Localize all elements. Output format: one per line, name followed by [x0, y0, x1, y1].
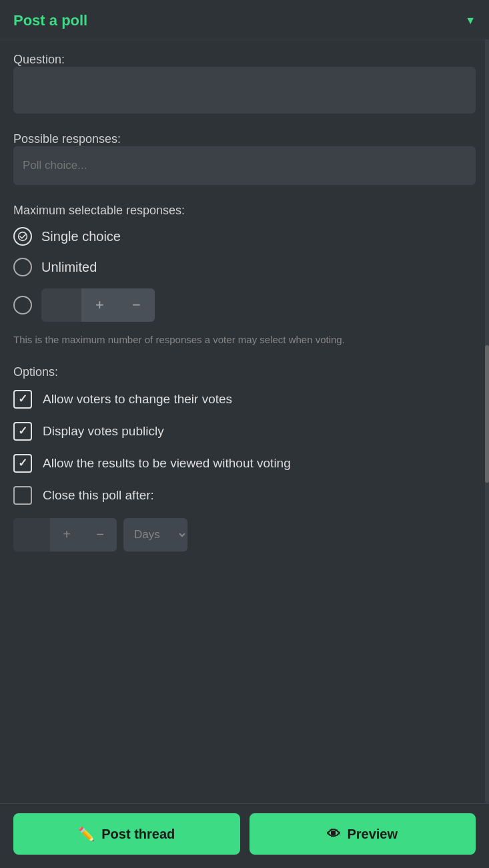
main-container: Post a poll ▼ Question: Possible respons… — [0, 0, 489, 868]
checkbox-display-publicly[interactable]: Display votes publicly — [13, 422, 476, 441]
scroll-track — [485, 39, 489, 803]
preview-icon: 👁 — [327, 827, 340, 842]
checkbox-view-without-voting-box — [13, 454, 32, 473]
post-thread-icon: ✏️ — [78, 826, 95, 842]
checkbox-close-after-label: Close this poll after: — [43, 488, 154, 503]
checkbox-display-publicly-label: Display votes publicly — [43, 424, 164, 439]
custom-stepper: 2 + − — [41, 288, 155, 322]
checkbox-change-votes-label: Allow voters to change their votes — [43, 392, 232, 407]
checkbox-change-votes-box — [13, 390, 32, 409]
scroll-area: Question: Possible responses: Maximum se… — [0, 39, 489, 803]
radio-single-label: Single choice — [41, 229, 121, 244]
custom-stepper-value[interactable]: 2 — [41, 298, 81, 312]
custom-stepper-plus[interactable]: + — [81, 288, 118, 322]
days-stepper-value[interactable]: 7 — [13, 527, 50, 541]
radio-unlimited[interactable]: Unlimited — [13, 258, 476, 276]
header: Post a poll ▼ — [0, 0, 489, 39]
options-label: Options: — [13, 365, 476, 379]
question-input[interactable] — [13, 67, 476, 114]
radio-unlimited-icon — [13, 258, 32, 276]
post-thread-button[interactable]: ✏️ Post thread — [13, 813, 240, 855]
checkbox-view-without-voting[interactable]: Allow the results to be viewed without v… — [13, 454, 476, 473]
days-stepper-plus[interactable]: + — [50, 518, 83, 552]
possible-responses-label: Possible responses: — [13, 132, 121, 146]
bottom-bar: ✏️ Post thread 👁 Preview — [0, 803, 489, 868]
checkbox-group: Allow voters to change their votes Displ… — [13, 390, 476, 505]
chevron-down-icon[interactable]: ▼ — [465, 15, 476, 27]
radio-group: Single choice Unlimited 2 + − — [13, 227, 476, 322]
preview-label: Preview — [347, 827, 398, 842]
days-stepper-minus[interactable]: − — [83, 518, 117, 552]
checkbox-change-votes[interactable]: Allow voters to change their votes — [13, 390, 476, 409]
poll-choice-input[interactable] — [13, 146, 476, 185]
radio-custom-icon — [13, 296, 32, 314]
days-stepper: 7 + − — [13, 518, 117, 552]
preview-button[interactable]: 👁 Preview — [250, 813, 476, 855]
checkbox-close-after-box — [13, 486, 32, 505]
custom-stepper-minus[interactable]: − — [118, 288, 155, 322]
radio-single-icon — [13, 227, 32, 246]
radio-single-choice[interactable]: Single choice — [13, 227, 476, 246]
scroll-thumb — [485, 345, 489, 483]
scroll-wrapper: Question: Possible responses: Maximum se… — [0, 39, 489, 803]
radio-unlimited-label: Unlimited — [41, 260, 97, 275]
days-stepper-row: 7 + − Days Hours Weeks — [13, 518, 476, 552]
checkbox-display-publicly-box — [13, 422, 32, 441]
days-unit-select[interactable]: Days Hours Weeks — [123, 518, 187, 552]
max-responses-label: Maximum selectable responses: — [13, 204, 476, 218]
post-thread-label: Post thread — [101, 827, 175, 842]
radio-custom[interactable]: 2 + − — [13, 288, 476, 322]
question-label: Question: — [13, 53, 65, 66]
page-title: Post a poll — [13, 12, 87, 29]
hint-text: This is the maximum number of responses … — [13, 333, 476, 348]
checkbox-close-after[interactable]: Close this poll after: — [13, 486, 476, 505]
checkbox-view-without-voting-label: Allow the results to be viewed without v… — [43, 456, 291, 471]
